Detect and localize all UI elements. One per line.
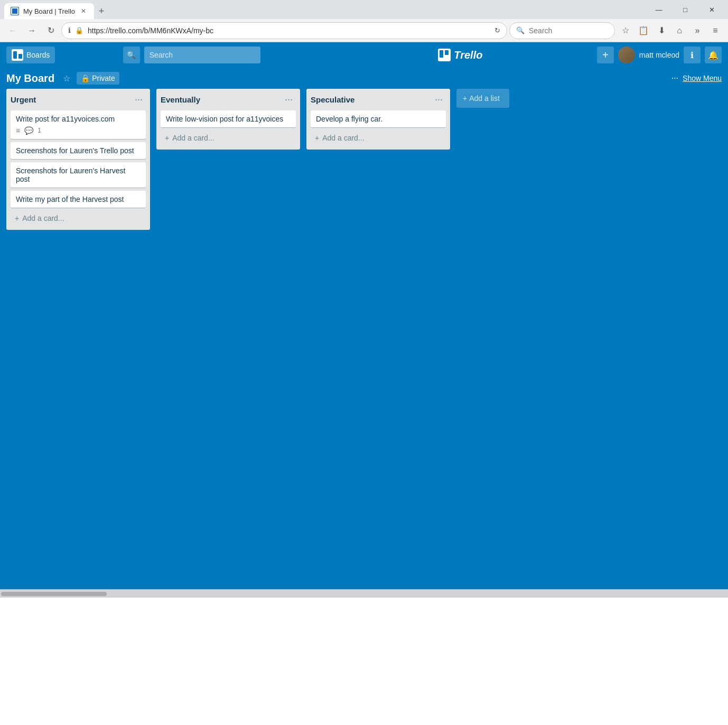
comment-count: 1 [38,127,41,134]
plus-icon: + [15,214,19,222]
board-title[interactable]: My Board [6,72,54,85]
reading-list-button[interactable]: 📋 [635,22,652,39]
horizontal-scrollbar[interactable] [0,589,728,598]
card-write-harvest[interactable]: Write my part of the Harvest post [11,191,146,208]
more-button[interactable]: » [689,22,706,39]
forward-button[interactable]: → [23,22,40,39]
avatar-image [618,47,635,63]
show-menu-button[interactable]: Show Menu [683,74,722,82]
tab-close-button[interactable]: ✕ [79,7,88,15]
list-menu-button-speculative[interactable]: ··· [432,93,446,106]
list-urgent: Urgent ··· Write post for a11yvoices.com… [6,89,150,230]
header-search-input[interactable] [144,47,260,63]
plus-icon: + [463,94,467,103]
board-header: My Board ☆ 🔒 Private ··· Show Menu [0,68,728,89]
list-eventually: Eventually ··· Write low-vision post for… [156,89,300,150]
boards-button[interactable]: Boards [6,47,55,63]
card-text: Write my part of the Harvest post [16,195,124,203]
scrollbar-track [1,592,727,596]
board-privacy-button[interactable]: 🔒 Private [77,72,119,85]
list-title-urgent: Urgent [11,95,132,104]
trello-header: Boards 🔍 Trello + matt mcleod [0,42,728,68]
menu-button[interactable]: ≡ [707,22,724,39]
lists-container: Urgent ··· Write post for a11yvoices.com… [0,89,728,230]
trello-app: Boards 🔍 Trello + matt mcleod [0,42,728,589]
header-right: + matt mcleod ℹ 🔔 [597,47,722,63]
minimize-button[interactable]: — [647,2,671,17]
privacy-label: Private [92,74,115,82]
list-title-eventually: Eventually [161,95,282,104]
download-button[interactable]: ⬇ [653,22,670,39]
home-button[interactable]: ⌂ [671,22,688,39]
list-menu-button-urgent[interactable]: ··· [132,93,146,106]
svg-rect-1 [440,50,443,58]
add-card-label: Add a card... [172,134,214,142]
trello-logo: Trello [438,49,482,61]
info-icon: ℹ [68,26,71,34]
list-menu-button-eventually[interactable]: ··· [282,93,296,106]
card-write-post[interactable]: Write post for a11yvoices.com ≡ 💬 1 [11,110,146,139]
window-controls: — □ ✕ [647,2,724,17]
maximize-button[interactable]: □ [673,2,697,17]
card-text: Write post for a11yvoices.com [16,115,115,123]
lock-icon: 🔒 [81,74,90,82]
card-text: Develop a flying car. [316,115,382,123]
card-screenshots-harvest[interactable]: Screenshots for Lauren's Harvest post [11,162,146,188]
description-icon: ≡ [16,126,20,135]
add-card-label: Add a card... [322,134,364,142]
scrollbar-thumb[interactable] [1,592,107,596]
comment-icon: 💬 [24,126,33,135]
user-name[interactable]: matt mcleod [639,51,679,59]
list-header-speculative: Speculative ··· [311,93,446,106]
url-input[interactable] [88,26,490,35]
browser-tab[interactable]: My Board | Trello ✕ [4,3,94,19]
nav-icons: ☆ 📋 ⬇ ⌂ » ≡ [617,22,724,39]
add-card-button-eventually[interactable]: + Add a card... [161,131,296,145]
card-screenshots-trello[interactable]: Screenshots for Lauren's Trello post [11,142,146,159]
bookmark-star-button[interactable]: ☆ [617,22,634,39]
add-card-label: Add a card... [22,214,64,222]
list-speculative: Speculative ··· Develop a flying car. + … [306,89,450,150]
plus-icon: + [165,134,169,142]
tab-title: My Board | Trello [23,7,75,15]
navigation-bar: ← → ↻ ℹ 🔒 ↻ 🔍 ☆ 📋 ⬇ ⌂ » ≡ [0,19,728,42]
trello-logo-icon [12,49,23,61]
card-text: Screenshots for Lauren's Harvest post [16,166,125,183]
add-button[interactable]: + [597,47,614,63]
refresh-button[interactable]: ↻ [42,22,59,39]
avatar[interactable] [618,47,635,63]
board-background [0,230,728,589]
svg-rect-2 [445,50,449,55]
show-menu-area: ··· Show Menu [671,73,722,83]
list-title-speculative: Speculative [311,95,432,104]
back-button[interactable]: ← [4,22,21,39]
reload-icon: ↻ [494,26,500,34]
close-button[interactable]: ✕ [699,2,724,17]
list-header-eventually: Eventually ··· [161,93,296,106]
boards-label: Boards [26,51,50,59]
search-icon: 🔍 [516,26,525,34]
browser-search-input[interactable] [529,26,621,35]
board-dots: ··· [671,73,678,83]
card-meta: ≡ 💬 1 [16,126,141,135]
add-card-button-urgent[interactable]: + Add a card... [11,211,146,226]
plus-icon: + [315,134,319,142]
header-search-icon: 🔍 [123,47,140,63]
new-tab-button[interactable]: + [94,4,109,18]
tab-icon [11,7,19,15]
info-button[interactable]: ℹ [684,47,701,63]
add-list-label: Add a list [469,94,500,103]
add-list-button[interactable]: + Add a list [456,89,509,108]
list-header-urgent: Urgent ··· [11,93,146,106]
card-low-vision[interactable]: Write low-vision post for a11yvoices [161,110,296,127]
card-flying-car[interactable]: Develop a flying car. [311,110,446,127]
card-text: Write low-vision post for a11yvoices [166,115,283,123]
add-card-button-speculative[interactable]: + Add a card... [311,131,446,145]
notification-button[interactable]: 🔔 [705,47,722,63]
address-bar[interactable]: ℹ 🔒 ↻ [61,22,507,39]
card-text: Screenshots for Lauren's Trello post [16,146,134,155]
board-star-button[interactable]: ☆ [63,73,70,83]
lock-icon: 🔒 [75,26,83,34]
browser-search-bar[interactable]: 🔍 [509,22,615,39]
